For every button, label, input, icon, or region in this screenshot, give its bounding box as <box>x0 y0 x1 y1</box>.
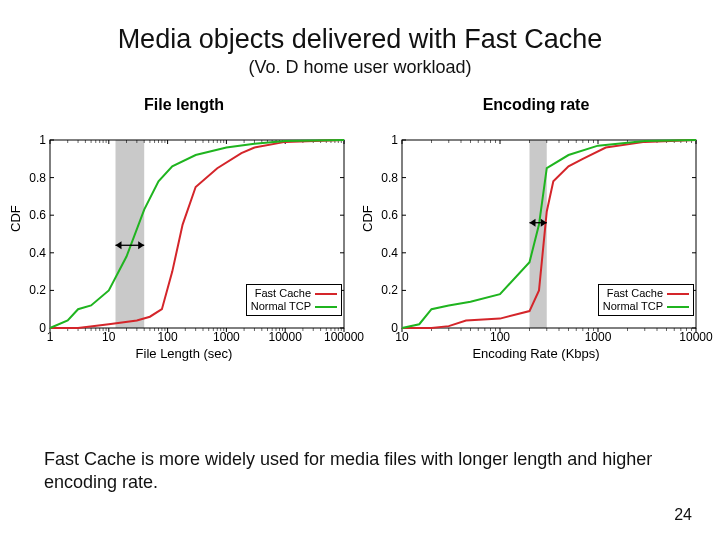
footnote-text: Fast Cache is more widely used for media… <box>44 448 676 493</box>
legend-normaltcp-swatch-r <box>667 306 689 308</box>
legend-fastcache-label-r: Fast Cache <box>607 287 663 300</box>
legend-normaltcp-label-r: Normal TCP <box>603 300 663 313</box>
chart-file-length: File length CDF File Length (sec) Fast C… <box>14 96 354 362</box>
page-number: 24 <box>674 506 692 524</box>
x-axis-label-left: File Length (sec) <box>14 346 354 361</box>
legend-left: Fast Cache Normal TCP <box>246 284 342 316</box>
legend-normaltcp-swatch <box>315 306 337 308</box>
svg-rect-0 <box>115 140 144 328</box>
legend-fastcache-swatch-r <box>667 293 689 295</box>
chart-title-right: Encoding rate <box>366 96 706 114</box>
chart-encoding-rate: Encoding rate CDF Encoding Rate (Kbps) F… <box>366 96 706 362</box>
page-title: Media objects delivered with Fast Cache <box>0 24 720 55</box>
legend-fastcache-swatch <box>315 293 337 295</box>
legend-right: Fast Cache Normal TCP <box>598 284 694 316</box>
plot-area-right: CDF Encoding Rate (Kbps) Fast Cache Norm… <box>366 132 706 362</box>
x-axis-label-right: Encoding Rate (Kbps) <box>366 346 706 361</box>
charts-row: File length CDF File Length (sec) Fast C… <box>0 96 720 362</box>
chart-title-left: File length <box>14 96 354 114</box>
legend-normaltcp-label: Normal TCP <box>251 300 311 313</box>
page-subtitle: (Vo. D home user workload) <box>0 57 720 78</box>
plot-svg-right <box>366 132 706 362</box>
legend-fastcache-label: Fast Cache <box>255 287 311 300</box>
plot-area-left: CDF File Length (sec) Fast Cache Normal … <box>14 132 354 362</box>
plot-svg-left <box>14 132 354 362</box>
